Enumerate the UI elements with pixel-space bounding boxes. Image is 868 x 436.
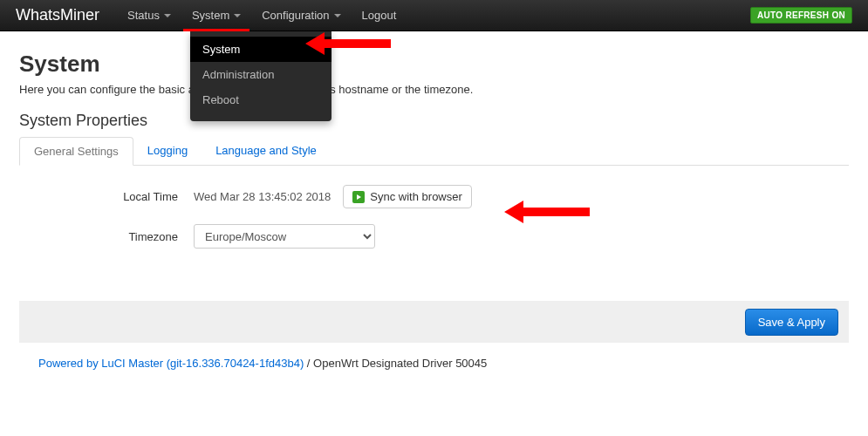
nav-logout-label: Logout (362, 9, 397, 22)
save-apply-button[interactable]: Save & Apply (745, 309, 838, 336)
tab-language-style[interactable]: Language and Style (202, 137, 331, 165)
footer: Powered by LuCI Master (git-16.336.70424… (19, 343, 849, 370)
nav-system[interactable]: System (181, 0, 251, 31)
tab-general-settings[interactable]: General Settings (19, 137, 133, 166)
label-timezone: Timezone (19, 230, 194, 243)
nav-configuration-label: Configuration (262, 9, 329, 22)
dropdown-item-reboot[interactable]: Reboot (190, 87, 331, 112)
play-icon (352, 191, 365, 203)
action-bar: Save & Apply (19, 301, 849, 343)
nav-status-label: Status (127, 9, 160, 22)
tabs: General Settings Logging Language and St… (19, 137, 849, 166)
section-title: System Properties (19, 112, 849, 130)
value-local-time: Wed Mar 28 13:45:02 2018 Sync with brows… (194, 185, 472, 208)
timezone-select[interactable]: Europe/Moscow (194, 224, 375, 249)
svg-marker-1 (504, 201, 590, 223)
sync-button-label: Sync with browser (370, 190, 461, 203)
content: System Here you can configure the basic … (0, 31, 868, 378)
footer-link[interactable]: Powered by LuCI Master (git-16.336.70424… (38, 357, 304, 370)
nav-configuration[interactable]: Configuration (251, 0, 351, 31)
arrow-annotation-icon (305, 31, 393, 57)
label-local-time: Local Time (19, 190, 194, 203)
auto-refresh-badge[interactable]: AUTO REFRESH ON (750, 7, 852, 24)
brand[interactable]: WhatsMiner (16, 6, 99, 24)
caret-icon (334, 14, 341, 17)
caret-icon (164, 14, 171, 17)
nav-status[interactable]: Status (117, 0, 181, 31)
arrow-annotation-icon (504, 199, 591, 225)
value-timezone: Europe/Moscow (194, 224, 375, 249)
footer-rest: / OpenWrt Designated Driver 50045 (304, 357, 487, 370)
page-title: System (19, 51, 849, 78)
tab-logging[interactable]: Logging (133, 137, 202, 165)
caret-icon (234, 14, 241, 17)
nav-system-label: System (192, 9, 229, 22)
page-desc: Here you can configure the basic aspects… (19, 83, 849, 96)
navbar: WhatsMiner Status System Configuration L… (0, 0, 868, 31)
svg-marker-0 (305, 32, 391, 55)
sync-with-browser-button[interactable]: Sync with browser (343, 185, 471, 208)
dropdown-item-administration[interactable]: Administration (190, 62, 331, 87)
row-local-time: Local Time Wed Mar 28 13:45:02 2018 Sync… (19, 185, 849, 208)
row-timezone: Timezone Europe/Moscow (19, 224, 849, 249)
local-time-value: Wed Mar 28 13:45:02 2018 (194, 190, 331, 203)
nav-logout[interactable]: Logout (352, 0, 407, 31)
